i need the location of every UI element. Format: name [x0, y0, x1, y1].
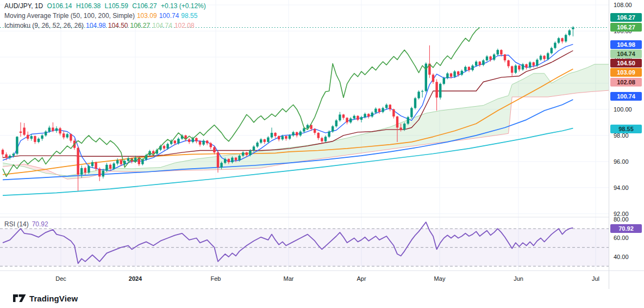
- rsi-tick-label: 80.00: [614, 216, 629, 223]
- chikou-badge: 106.27: [610, 23, 642, 32]
- tenkan-badge: 104.98: [610, 40, 642, 49]
- indicator-value: 104.50: [108, 22, 128, 29]
- price-tick-label: 108.00: [614, 2, 632, 8]
- ichimoku-indicator-label: Ichimoku (9, 26, 52, 26, 26): [4, 22, 84, 29]
- time-axis-label: Feb: [211, 275, 221, 282]
- indicator-value: 98.55: [181, 12, 197, 20]
- legend-ma-row[interactable]: Moving Average Triple (50, 100, 200, Sim…: [4, 11, 208, 21]
- ohlc-low: L105.59: [105, 2, 128, 10]
- symbol-title: AUD/JPY, 1D: [4, 2, 43, 10]
- time-axis[interactable]: Dec2024FebMarAprMayJunJul: [0, 270, 609, 289]
- tradingview-logo-icon: [13, 293, 26, 304]
- chart-canvas[interactable]: [0, 0, 609, 288]
- price-axis[interactable]: 108.00106.00104.00102.00100.0098.0096.00…: [609, 0, 644, 270]
- tradingview-logo[interactable]: TradingView: [13, 293, 78, 304]
- indicator-value: 100.74: [159, 12, 179, 20]
- ohlc-close: C106.27: [132, 2, 157, 10]
- ma-indicator-label: Moving Average Triple (50, 100, 200, Sim…: [4, 12, 135, 20]
- senkou-a-badge: 104.74: [610, 50, 642, 58]
- price-tick-label: 94.00: [614, 184, 629, 191]
- last-price-badge: 106.27: [610, 13, 642, 22]
- rsi-tick-label: 60.00: [614, 235, 629, 241]
- ohlc-open: O106.14: [47, 2, 72, 10]
- kijun-badge: 104.50: [610, 59, 642, 67]
- time-axis-label: Mar: [284, 275, 294, 282]
- time-axis-label: Jul: [592, 275, 599, 282]
- ma200-badge: 98.55: [610, 125, 642, 133]
- ma50-badge: 103.09: [610, 68, 642, 77]
- time-axis-label: May: [434, 275, 446, 282]
- legend-ichimoku-row[interactable]: Ichimoku (9, 26, 52, 26, 26)104.98104.50…: [4, 21, 208, 30]
- ohlc-high: H106.38: [76, 2, 101, 10]
- time-axis-label: 2024: [129, 275, 142, 282]
- price-tick-label: 96.00: [614, 158, 629, 165]
- indicator-value: 106.27: [130, 22, 151, 29]
- rsi-tick-label: 40.00: [614, 254, 629, 260]
- tradingview-logo-text: TradingView: [29, 294, 78, 303]
- indicator-value: 104.74: [152, 22, 172, 29]
- price-tick-label: 100.00: [614, 106, 632, 113]
- time-axis-label: Apr: [357, 275, 366, 282]
- indicator-value: 103.09: [137, 12, 157, 20]
- rsi-badge: 70.92: [610, 224, 642, 233]
- rsi-legend-row[interactable]: RSI (14)70.92: [4, 220, 48, 229]
- axis-corner: [609, 270, 644, 289]
- senkou-b-badge: 102.08: [610, 78, 642, 87]
- time-axis-label: Jun: [514, 275, 523, 282]
- time-axis-label: Dec: [55, 275, 66, 282]
- legend-symbol-row[interactable]: AUD/JPY, 1D O106.14 H106.38 L105.59 C106…: [4, 1, 208, 11]
- rsi-value: 70.92: [32, 220, 48, 228]
- chart-legend: AUD/JPY, 1D O106.14 H106.38 L105.59 C106…: [4, 1, 208, 30]
- indicator-value: 104.98: [86, 22, 106, 29]
- ohlc-change: +0.13 (+0.12%): [161, 2, 206, 10]
- tradingview-chart-window: AUD/JPY, 1D O106.14 H106.38 L105.59 C106…: [0, 0, 644, 308]
- ma100-badge: 100.74: [610, 92, 642, 101]
- rsi-indicator-label: RSI (14): [4, 220, 29, 228]
- indicator-value: 102.08: [174, 22, 195, 29]
